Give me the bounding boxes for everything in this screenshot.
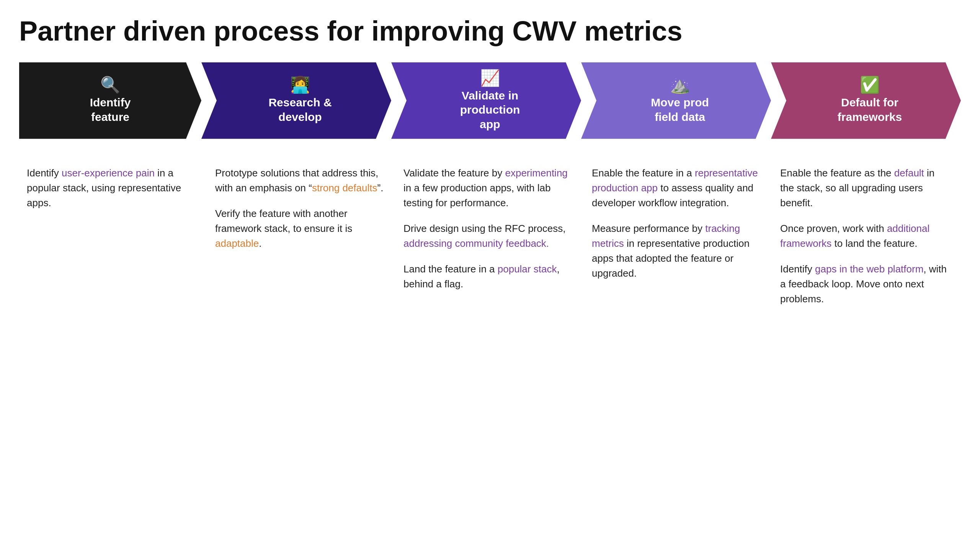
step-research: 👩‍💻Research & develop bbox=[201, 62, 391, 139]
paragraph-3-1: Measure performance by tracking metrics … bbox=[592, 221, 761, 281]
link-text: popular stack bbox=[498, 263, 557, 275]
link-text: addressing community feedback. bbox=[403, 238, 549, 249]
content-columns: Identify user-experience pain in a popul… bbox=[19, 158, 961, 314]
content-col-3: Enable the feature in a representative p… bbox=[584, 158, 773, 289]
link-text: representative production app bbox=[592, 167, 758, 194]
link-text: default bbox=[894, 167, 924, 179]
step-validate: 📈Validate in production app bbox=[391, 62, 581, 139]
step-icon-identify: 🔍 bbox=[100, 77, 120, 93]
paragraph-1-0: Prototype solutions that address this, w… bbox=[215, 166, 384, 196]
step-icon-research: 👩‍💻 bbox=[290, 77, 310, 93]
step-icon-default: ✅ bbox=[860, 77, 880, 93]
paragraph-2-2: Land the feature in a popular stack, beh… bbox=[403, 262, 573, 292]
step-label-research: Research & develop bbox=[268, 95, 332, 124]
content-col-1: Prototype solutions that address this, w… bbox=[207, 158, 396, 259]
paragraph-4-0: Enable the feature as the default in the… bbox=[780, 166, 949, 210]
step-identify: 🔍Identify feature bbox=[19, 62, 201, 139]
paragraph-1-1: Verify the feature with another framewor… bbox=[215, 206, 384, 251]
step-icon-validate: 📈 bbox=[480, 70, 500, 86]
link-text: additional frameworks bbox=[780, 223, 929, 249]
content-col-0: Identify user-experience pain in a popul… bbox=[19, 158, 207, 218]
step-icon-move: ⛰️ bbox=[670, 77, 690, 93]
link-text: tracking metrics bbox=[592, 223, 740, 249]
step-label-identify: Identify feature bbox=[90, 95, 131, 124]
link-text: adaptable bbox=[215, 238, 259, 249]
paragraph-0-0: Identify user-experience pain in a popul… bbox=[27, 166, 196, 210]
link-text: user-experience pain bbox=[62, 167, 155, 179]
process-steps: 🔍Identify feature👩‍💻Research & develop📈V… bbox=[19, 62, 961, 139]
paragraph-2-1: Drive design using the RFC process, addr… bbox=[403, 221, 573, 251]
paragraph-4-1: Once proven, work with additional framew… bbox=[780, 221, 949, 251]
paragraph-4-2: Identify gaps in the web platform, with … bbox=[780, 262, 949, 306]
paragraph-2-0: Validate the feature by experimenting in… bbox=[403, 166, 573, 210]
step-label-default: Default for frameworks bbox=[838, 95, 902, 124]
step-move: ⛰️Move prod field data bbox=[581, 62, 771, 139]
paragraph-3-0: Enable the feature in a representative p… bbox=[592, 166, 761, 210]
content-col-2: Validate the feature by experimenting in… bbox=[396, 158, 584, 299]
link-text: gaps in the web platform bbox=[815, 263, 923, 275]
page-title: Partner driven process for improving CWV… bbox=[19, 15, 961, 47]
step-label-move: Move prod field data bbox=[651, 95, 709, 124]
step-label-validate: Validate in production app bbox=[460, 88, 520, 132]
link-text: experimenting bbox=[505, 167, 567, 179]
step-default: ✅Default for frameworks bbox=[771, 62, 961, 139]
link-text: strong defaults bbox=[312, 182, 377, 194]
content-col-4: Enable the feature as the default in the… bbox=[773, 158, 961, 314]
